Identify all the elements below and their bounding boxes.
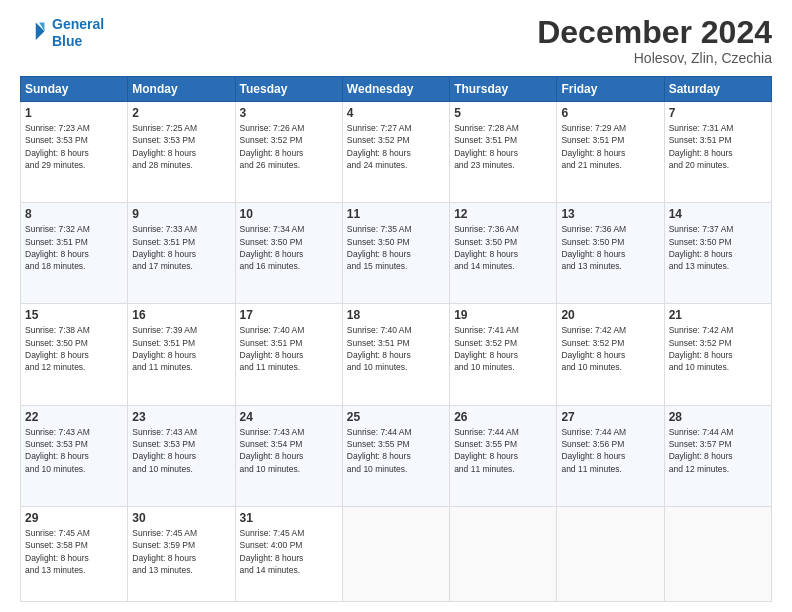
month-title: December 2024 <box>537 16 772 48</box>
day-number: 9 <box>132 207 230 221</box>
day-cell: 5Sunrise: 7:28 AMSunset: 3:51 PMDaylight… <box>450 102 557 203</box>
day-info: Sunrise: 7:36 AMSunset: 3:50 PMDaylight:… <box>454 223 552 272</box>
day-number: 30 <box>132 511 230 525</box>
day-number: 7 <box>669 106 767 120</box>
col-header-thursday: Thursday <box>450 77 557 102</box>
day-cell: 11Sunrise: 7:35 AMSunset: 3:50 PMDayligh… <box>342 203 449 304</box>
day-number: 8 <box>25 207 123 221</box>
day-info: Sunrise: 7:26 AMSunset: 3:52 PMDaylight:… <box>240 122 338 171</box>
logo-icon <box>20 19 48 47</box>
day-info: Sunrise: 7:27 AMSunset: 3:52 PMDaylight:… <box>347 122 445 171</box>
day-cell: 29Sunrise: 7:45 AMSunset: 3:58 PMDayligh… <box>21 506 128 601</box>
day-cell: 31Sunrise: 7:45 AMSunset: 4:00 PMDayligh… <box>235 506 342 601</box>
day-info: Sunrise: 7:43 AMSunset: 3:54 PMDaylight:… <box>240 426 338 475</box>
day-info: Sunrise: 7:23 AMSunset: 3:53 PMDaylight:… <box>25 122 123 171</box>
day-cell: 20Sunrise: 7:42 AMSunset: 3:52 PMDayligh… <box>557 304 664 405</box>
day-cell: 17Sunrise: 7:40 AMSunset: 3:51 PMDayligh… <box>235 304 342 405</box>
day-number: 25 <box>347 410 445 424</box>
day-number: 13 <box>561 207 659 221</box>
day-cell: 26Sunrise: 7:44 AMSunset: 3:55 PMDayligh… <box>450 405 557 506</box>
day-cell: 13Sunrise: 7:36 AMSunset: 3:50 PMDayligh… <box>557 203 664 304</box>
day-number: 27 <box>561 410 659 424</box>
day-number: 14 <box>669 207 767 221</box>
day-info: Sunrise: 7:44 AMSunset: 3:56 PMDaylight:… <box>561 426 659 475</box>
day-number: 3 <box>240 106 338 120</box>
day-cell <box>342 506 449 601</box>
col-header-wednesday: Wednesday <box>342 77 449 102</box>
day-cell: 6Sunrise: 7:29 AMSunset: 3:51 PMDaylight… <box>557 102 664 203</box>
day-info: Sunrise: 7:33 AMSunset: 3:51 PMDaylight:… <box>132 223 230 272</box>
day-info: Sunrise: 7:44 AMSunset: 3:57 PMDaylight:… <box>669 426 767 475</box>
location: Holesov, Zlin, Czechia <box>537 50 772 66</box>
day-cell: 15Sunrise: 7:38 AMSunset: 3:50 PMDayligh… <box>21 304 128 405</box>
day-number: 24 <box>240 410 338 424</box>
day-info: Sunrise: 7:37 AMSunset: 3:50 PMDaylight:… <box>669 223 767 272</box>
day-cell: 4Sunrise: 7:27 AMSunset: 3:52 PMDaylight… <box>342 102 449 203</box>
day-info: Sunrise: 7:35 AMSunset: 3:50 PMDaylight:… <box>347 223 445 272</box>
day-number: 28 <box>669 410 767 424</box>
day-info: Sunrise: 7:40 AMSunset: 3:51 PMDaylight:… <box>347 324 445 373</box>
day-cell: 30Sunrise: 7:45 AMSunset: 3:59 PMDayligh… <box>128 506 235 601</box>
day-number: 12 <box>454 207 552 221</box>
day-number: 11 <box>347 207 445 221</box>
day-number: 17 <box>240 308 338 322</box>
logo-line2: Blue <box>52 33 82 49</box>
calendar-table: SundayMondayTuesdayWednesdayThursdayFrid… <box>20 76 772 602</box>
day-number: 20 <box>561 308 659 322</box>
day-info: Sunrise: 7:36 AMSunset: 3:50 PMDaylight:… <box>561 223 659 272</box>
week-row-5: 29Sunrise: 7:45 AMSunset: 3:58 PMDayligh… <box>21 506 772 601</box>
week-row-1: 1Sunrise: 7:23 AMSunset: 3:53 PMDaylight… <box>21 102 772 203</box>
day-number: 16 <box>132 308 230 322</box>
logo: General Blue <box>20 16 104 50</box>
day-cell <box>450 506 557 601</box>
day-cell: 28Sunrise: 7:44 AMSunset: 3:57 PMDayligh… <box>664 405 771 506</box>
day-cell: 24Sunrise: 7:43 AMSunset: 3:54 PMDayligh… <box>235 405 342 506</box>
day-number: 6 <box>561 106 659 120</box>
day-info: Sunrise: 7:45 AMSunset: 4:00 PMDaylight:… <box>240 527 338 576</box>
day-number: 2 <box>132 106 230 120</box>
day-cell: 16Sunrise: 7:39 AMSunset: 3:51 PMDayligh… <box>128 304 235 405</box>
day-cell: 12Sunrise: 7:36 AMSunset: 3:50 PMDayligh… <box>450 203 557 304</box>
col-header-monday: Monday <box>128 77 235 102</box>
col-header-sunday: Sunday <box>21 77 128 102</box>
day-cell: 25Sunrise: 7:44 AMSunset: 3:55 PMDayligh… <box>342 405 449 506</box>
day-info: Sunrise: 7:45 AMSunset: 3:58 PMDaylight:… <box>25 527 123 576</box>
day-info: Sunrise: 7:45 AMSunset: 3:59 PMDaylight:… <box>132 527 230 576</box>
day-cell: 23Sunrise: 7:43 AMSunset: 3:53 PMDayligh… <box>128 405 235 506</box>
logo-line1: General <box>52 16 104 32</box>
header-row: SundayMondayTuesdayWednesdayThursdayFrid… <box>21 77 772 102</box>
day-number: 31 <box>240 511 338 525</box>
day-number: 26 <box>454 410 552 424</box>
day-info: Sunrise: 7:39 AMSunset: 3:51 PMDaylight:… <box>132 324 230 373</box>
day-number: 1 <box>25 106 123 120</box>
day-number: 4 <box>347 106 445 120</box>
page: General Blue December 2024 Holesov, Zlin… <box>0 0 792 612</box>
day-info: Sunrise: 7:40 AMSunset: 3:51 PMDaylight:… <box>240 324 338 373</box>
day-cell: 3Sunrise: 7:26 AMSunset: 3:52 PMDaylight… <box>235 102 342 203</box>
day-number: 15 <box>25 308 123 322</box>
day-cell: 10Sunrise: 7:34 AMSunset: 3:50 PMDayligh… <box>235 203 342 304</box>
day-info: Sunrise: 7:41 AMSunset: 3:52 PMDaylight:… <box>454 324 552 373</box>
day-number: 22 <box>25 410 123 424</box>
week-row-4: 22Sunrise: 7:43 AMSunset: 3:53 PMDayligh… <box>21 405 772 506</box>
day-info: Sunrise: 7:29 AMSunset: 3:51 PMDaylight:… <box>561 122 659 171</box>
day-info: Sunrise: 7:38 AMSunset: 3:50 PMDaylight:… <box>25 324 123 373</box>
day-number: 21 <box>669 308 767 322</box>
day-info: Sunrise: 7:32 AMSunset: 3:51 PMDaylight:… <box>25 223 123 272</box>
day-number: 5 <box>454 106 552 120</box>
day-info: Sunrise: 7:28 AMSunset: 3:51 PMDaylight:… <box>454 122 552 171</box>
col-header-saturday: Saturday <box>664 77 771 102</box>
day-cell: 27Sunrise: 7:44 AMSunset: 3:56 PMDayligh… <box>557 405 664 506</box>
day-number: 18 <box>347 308 445 322</box>
day-cell: 7Sunrise: 7:31 AMSunset: 3:51 PMDaylight… <box>664 102 771 203</box>
day-info: Sunrise: 7:34 AMSunset: 3:50 PMDaylight:… <box>240 223 338 272</box>
col-header-friday: Friday <box>557 77 664 102</box>
day-cell: 14Sunrise: 7:37 AMSunset: 3:50 PMDayligh… <box>664 203 771 304</box>
day-number: 23 <box>132 410 230 424</box>
day-info: Sunrise: 7:43 AMSunset: 3:53 PMDaylight:… <box>132 426 230 475</box>
day-cell: 9Sunrise: 7:33 AMSunset: 3:51 PMDaylight… <box>128 203 235 304</box>
day-number: 19 <box>454 308 552 322</box>
day-number: 29 <box>25 511 123 525</box>
week-row-3: 15Sunrise: 7:38 AMSunset: 3:50 PMDayligh… <box>21 304 772 405</box>
day-info: Sunrise: 7:44 AMSunset: 3:55 PMDaylight:… <box>347 426 445 475</box>
